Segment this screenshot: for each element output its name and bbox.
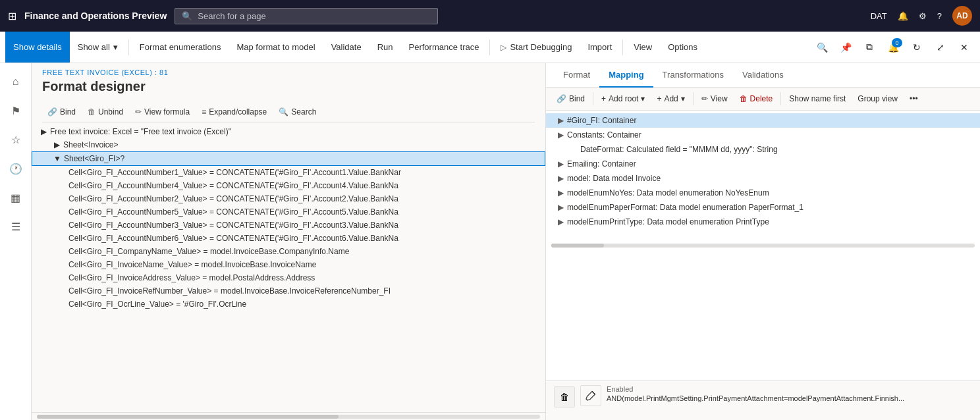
chevron-down-icon: ▾ (641, 94, 645, 103)
formula-edit-icon[interactable] (580, 385, 601, 406)
expand-icon-btn[interactable]: ⤢ (930, 37, 951, 58)
group-view-button[interactable]: Group view (852, 92, 903, 106)
tab-mapping[interactable]: Mapping (599, 63, 653, 88)
map-item-model-enum-printtype[interactable]: ▶ modelEnumPrintType: Data model enumera… (546, 215, 980, 229)
tree-item[interactable]: ▶ Free text invoice: Excel = "Free text … (32, 125, 545, 138)
map-item-model-enum-noyes[interactable]: ▶ modelEnumNoYes: Data model enumeration… (546, 186, 980, 200)
map-toggle-icon[interactable]: ▶ (554, 188, 567, 197)
tree-toggle-icon[interactable]: ▶ (50, 140, 63, 149)
map-toggle-icon[interactable]: ▶ (554, 116, 567, 125)
formula-icon: ✏ (135, 107, 142, 117)
formula-delete-icon[interactable]: 🗑 (554, 386, 575, 407)
start-debugging-button[interactable]: ▷ Start Debugging (493, 32, 580, 63)
bind-button[interactable]: 🔗 Bind (42, 105, 81, 119)
sidebar-filter-icon[interactable]: ⚑ (3, 97, 29, 124)
left-sidebar: ⌂ ⚑ ☆ 🕐 ▦ ☰ (0, 63, 32, 420)
sidebar-list-icon[interactable]: ☰ (3, 213, 29, 240)
rp-toolbar: 🔗 Bind + Add root ▾ + Add ▾ ✏ View 🗑 Del (546, 88, 980, 111)
tab-validations[interactable]: Validations (733, 63, 793, 88)
map-toggle-icon[interactable]: ▶ (554, 203, 567, 212)
layout-icon-btn[interactable]: ⧉ (859, 37, 880, 58)
format-enumerations-button[interactable]: Format enumerations (132, 32, 229, 63)
breadcrumb: FREE TEXT INVOICE (EXCEL) : 81 (42, 68, 535, 76)
pin-icon-btn[interactable]: 📌 (835, 37, 856, 58)
tree-item[interactable]: Cell<Giro_FI_AccountNumber3_Value> = CON… (32, 219, 545, 232)
tree-item[interactable]: Cell<Giro_FI_AccountNumber1_Value> = CON… (32, 166, 545, 179)
tree-item[interactable]: Cell<Giro_FI_AccountNumber4_Value> = CON… (32, 179, 545, 192)
map-item-model-enum-paperformat[interactable]: ▶ modelEnumPaperFormat: Data model enume… (546, 200, 980, 215)
map-format-to-model-button[interactable]: Map format to model (229, 32, 323, 63)
more-options-button[interactable]: ••• (904, 92, 923, 106)
rp-view-button[interactable]: ✏ View (696, 92, 733, 106)
tree-item-text: Cell<Giro_FI_AccountNumber4_Value> = CON… (68, 181, 398, 190)
help-icon[interactable]: ? (937, 11, 942, 21)
view-button[interactable]: View (626, 32, 660, 63)
show-all-button[interactable]: Show all ▾ (70, 32, 126, 63)
search-button[interactable]: 🔍 Search (273, 105, 321, 119)
map-item-emailing[interactable]: ▶ Emailing: Container (546, 157, 980, 171)
bell-icon[interactable]: 🔔 (898, 11, 908, 21)
map-toggle-icon[interactable]: ▶ (554, 174, 567, 183)
map-item-text: modelEnumPaperFormat: Data model enumera… (567, 203, 803, 212)
tree-item[interactable]: Cell<Giro_FI_InvoiceName_Value> = model.… (32, 258, 545, 271)
show-details-button[interactable]: Show details (5, 32, 70, 63)
view-formula-button[interactable]: ✏ View formula (130, 105, 195, 119)
unbind-button[interactable]: 🗑 Unbind (82, 105, 128, 119)
tree-item[interactable]: Cell<Giro_FI_InvoiceAddress_Value> = mod… (32, 271, 545, 284)
tree-item-text: Cell<Giro_FI_AccountNumber5_Value> = CON… (68, 207, 398, 217)
gear-icon[interactable]: ⚙ (919, 11, 927, 21)
tree-toggle-icon[interactable]: ▼ (51, 154, 64, 163)
map-item-giro-fi[interactable]: ▶ #Giro_FI: Container (546, 113, 980, 128)
map-item-constants[interactable]: ▶ Constants: Container (546, 128, 980, 142)
map-toggle-icon[interactable]: ▶ (554, 130, 567, 140)
delete-button[interactable]: 🗑 Delete (734, 92, 778, 106)
right-panel: Format Mapping Transformations Validatio… (545, 63, 980, 420)
grid-icon[interactable]: ⊞ (8, 10, 16, 22)
tree-item[interactable]: Cell<Giro_FI_OcrLine_Value> = '#Giro_FI'… (32, 298, 545, 311)
expand-collapse-button[interactable]: ≡ Expand/collapse (196, 105, 272, 119)
tab-transformations[interactable]: Transformations (653, 63, 733, 88)
tree-toggle-icon[interactable]: ▶ (37, 127, 50, 136)
rp-tabs: Format Mapping Transformations Validatio… (546, 63, 980, 88)
horizontal-scrollbar[interactable] (32, 412, 545, 420)
tree-item[interactable]: Cell<Giro_FI_InvoiceRefNumber_Value> = m… (32, 284, 545, 298)
tree-item[interactable]: Cell<Giro_FI_AccountNumber2_Value> = CON… (32, 192, 545, 205)
rp-bind-button[interactable]: 🔗 Bind (551, 92, 590, 106)
refresh-icon-btn[interactable]: ↻ (906, 37, 927, 58)
options-button[interactable]: Options (660, 32, 705, 63)
tree-item[interactable]: Cell<Giro_FI_CompanyName_Value> = model.… (32, 245, 545, 258)
validate-button[interactable]: Validate (323, 32, 369, 63)
sidebar-home-icon[interactable]: ⌂ (3, 68, 29, 95)
map-item-text: Emailing: Container (567, 159, 636, 169)
tree-item[interactable]: Cell<Giro_FI_AccountNumber6_Value> = CON… (32, 232, 545, 245)
formula-bar: 🗑 Enabled AND(model.PrintMgmtSetting.Pri… (546, 381, 980, 420)
mapping-scroll-bar[interactable] (551, 244, 975, 248)
tree-item[interactable]: Cell<Giro_FI_AccountNumber5_Value> = CON… (32, 205, 545, 219)
tree-item-text: Sheet<Invoice> (63, 140, 118, 149)
notification-badge-btn[interactable]: 🔔 0 (883, 37, 904, 58)
add-button[interactable]: + Add ▾ (651, 92, 690, 106)
sidebar-star-icon[interactable]: ☆ (3, 126, 29, 153)
map-item-dateformat[interactable]: DateFormat: Calculated field = "MMMM dd,… (546, 142, 980, 157)
tree-item-selected[interactable]: ▼ Sheet<Giro_FI>? (32, 151, 545, 166)
show-name-first-button[interactable]: Show name first (784, 92, 851, 106)
map-item-model[interactable]: ▶ model: Data model Invoice (546, 171, 980, 186)
sidebar-recent-icon[interactable]: 🕐 (3, 155, 29, 182)
edit-icon-svg (585, 390, 597, 402)
add-icon: + (601, 94, 606, 103)
close-icon-btn[interactable]: ✕ (954, 37, 975, 58)
map-toggle-icon[interactable]: ▶ (554, 159, 567, 169)
performance-trace-button[interactable]: Performance trace (401, 32, 487, 63)
nav-search[interactable]: 🔍 Search for a page (175, 8, 438, 24)
import-button[interactable]: Import (580, 32, 620, 63)
tree-container: ▶ Free text invoice: Excel = "Free text … (32, 122, 545, 412)
run-button[interactable]: Run (369, 32, 401, 63)
mapping-tree: ▶ #Giro_FI: Container ▶ Constants: Conta… (546, 111, 980, 381)
map-toggle-icon[interactable]: ▶ (554, 217, 567, 226)
sidebar-grid-icon[interactable]: ▦ (3, 184, 29, 211)
tab-format[interactable]: Format (554, 63, 599, 88)
add-root-button[interactable]: + Add root ▾ (596, 92, 650, 106)
search-icon-btn[interactable]: 🔍 (811, 37, 832, 58)
avatar[interactable]: AD (952, 6, 972, 26)
tree-item[interactable]: ▶ Sheet<Invoice> (32, 138, 545, 151)
